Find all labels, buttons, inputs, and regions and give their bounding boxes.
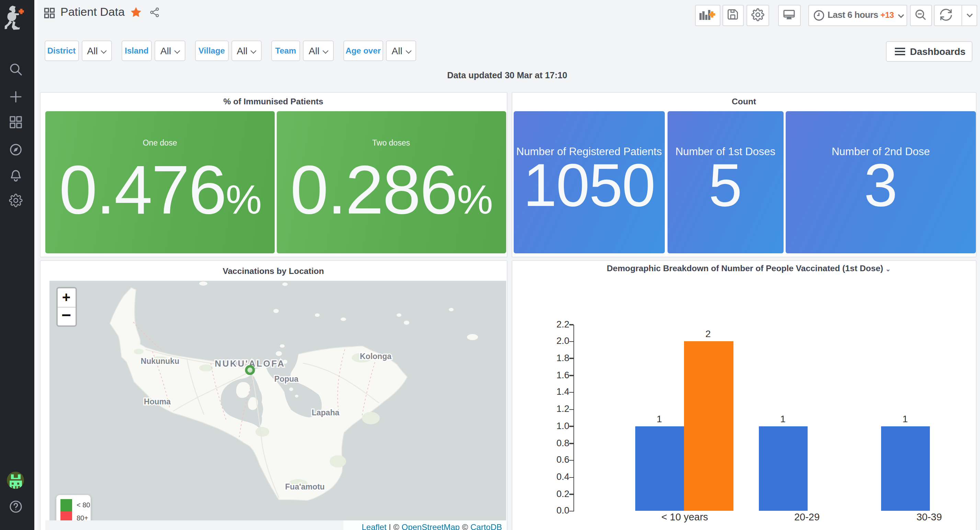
svg-text:Kolonga: Kolonga [360, 352, 391, 360]
svg-text:Popua: Popua [274, 374, 298, 383]
svg-text:Lapaha: Lapaha [312, 408, 340, 417]
svg-text:Houma: Houma [144, 397, 171, 406]
svg-text:Nukunuku: Nukunuku [141, 356, 179, 365]
svg-text:Fua'amotu: Fua'amotu [285, 482, 325, 491]
